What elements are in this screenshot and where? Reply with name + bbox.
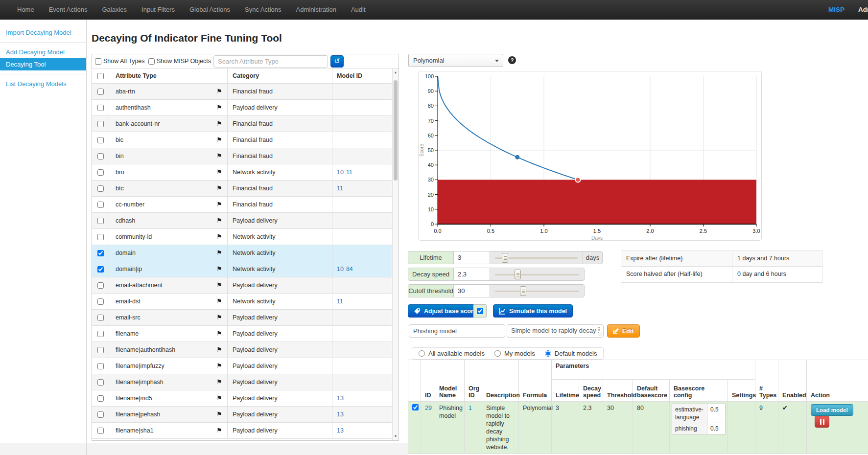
slider-track[interactable] [495,274,579,275]
attribute-row-checkbox[interactable] [97,347,104,353]
radio-all-available-models[interactable] [419,350,425,357]
misp-brand-link[interactable]: MISP [828,6,845,13]
flag-icon[interactable]: ⚑ [216,342,222,358]
attribute-row-checkbox[interactable] [97,428,104,434]
model-filter-all-available-models[interactable]: All available models [419,350,485,357]
model-id-link[interactable]: 13 [337,427,344,434]
adjust-base-score-button[interactable]: Adjust base score [408,304,483,318]
spinner-arrows-icon[interactable]: ▲▼ [596,326,602,332]
help-icon[interactable]: ? [508,56,516,64]
refresh-history-button[interactable]: ↺ [330,55,344,68]
attribute-row-checkbox[interactable] [97,218,104,224]
attribute-row-checkbox[interactable] [97,250,104,256]
flag-icon[interactable]: ⚑ [216,164,222,180]
attribute-row-checkbox[interactable] [97,121,104,127]
attribute-row-checkbox[interactable] [97,89,104,95]
model-id-link[interactable]: 11 [346,169,352,176]
attribute-table-scrollbar[interactable]: ▲ ▼ [392,68,399,440]
sidebar-item-add-decaying-model[interactable]: Add Decaying Model [0,46,86,58]
slider-thumb[interactable] [520,286,526,296]
load-model-button[interactable]: Load model [811,404,853,416]
attribute-row-checkbox[interactable] [97,363,104,369]
nav-item-home[interactable]: Home [10,6,42,13]
attribute-row-checkbox[interactable] [97,282,104,289]
scrollbar-thumb[interactable] [394,80,398,181]
attribute-row-checkbox[interactable] [97,395,104,402]
attribute-row-checkbox[interactable] [97,105,104,111]
nav-item-administration[interactable]: Administration [289,6,344,13]
search-attribute-input[interactable] [213,55,328,68]
model-id-link[interactable]: 11 [337,185,343,192]
slider-value-input-cutoff-threshold[interactable] [454,285,490,297]
model-id-link[interactable]: 13 [337,411,344,418]
decay-chart[interactable]: 01020304050607080901000.00.51.01.52.02.5… [419,71,761,240]
radio-default-models[interactable] [545,350,551,357]
flag-icon[interactable]: ⚑ [216,358,222,374]
model-row-checkbox[interactable] [412,404,419,410]
disable-model-button[interactable] [815,416,829,428]
model-id-link[interactable]: 10 [337,169,344,176]
simulate-model-button[interactable]: Simulate this model [493,304,573,318]
attribute-row-checkbox[interactable] [97,331,104,337]
nav-item-audit[interactable]: Audit [344,6,373,13]
flag-icon[interactable]: ⚑ [216,197,222,212]
sidebar-item-decaying-tool[interactable]: Decaying Tool [0,58,86,70]
attribute-row-checkbox[interactable] [97,411,104,418]
show-all-types-checkbox[interactable] [95,58,101,65]
sidebar-item-list-decaying-models[interactable]: List Decaying Models [0,78,86,90]
attribute-row-checkbox[interactable] [97,137,104,143]
flag-icon[interactable]: ⚑ [216,229,222,245]
user-menu-link[interactable]: Admin [858,6,868,13]
attribute-row-checkbox[interactable] [97,379,104,386]
flag-icon[interactable]: ⚑ [216,132,222,148]
nav-item-global-actions[interactable]: Global Actions [182,6,237,13]
slider-cutoff-threshold[interactable] [490,285,584,297]
flag-icon[interactable]: ⚑ [216,148,222,164]
sidebar-item-import-decaying-model[interactable]: Import Decaying Model [0,26,86,39]
show-misp-objects-checkbox[interactable] [148,58,155,65]
flag-icon[interactable]: ⚑ [216,84,222,99]
show-all-types-label[interactable]: Show All Types [103,58,145,65]
formula-select[interactable]: Polynomial [408,54,503,67]
attribute-row-checkbox[interactable] [97,169,104,176]
model-filter-my-models[interactable]: My models [494,350,535,357]
nav-item-galaxies[interactable]: Galaxies [94,6,134,13]
model-id-link[interactable]: 29 [425,405,432,411]
attribute-row-checkbox[interactable] [97,185,104,192]
flag-icon[interactable]: ⚑ [216,116,222,132]
attribute-row-checkbox[interactable] [97,315,104,321]
slider-lifetime[interactable] [490,251,583,264]
model-id-link[interactable]: 11 [337,298,343,305]
resize-grip-icon[interactable] [598,332,603,337]
attribute-row-checkbox[interactable] [97,153,104,159]
model-description-textarea[interactable]: Simple model to rapidly decay ▲▼ [507,324,604,338]
header-select-all[interactable] [92,68,109,83]
slider-value-input-decay-speed[interactable] [454,268,490,280]
attribute-row-checkbox[interactable] [97,298,104,305]
select-all-checkbox[interactable] [97,73,104,79]
nav-item-event-actions[interactable]: Event Actions [42,6,95,13]
flag-icon[interactable]: ⚑ [216,100,222,115]
flag-icon[interactable]: ⚑ [216,423,222,438]
flag-icon[interactable]: ⚑ [216,326,222,341]
attribute-row-checkbox[interactable] [97,234,104,240]
scrollbar-up-arrow[interactable]: ▲ [393,69,399,75]
slider-track[interactable] [495,291,579,292]
flag-icon[interactable]: ⚑ [216,294,222,309]
slider-decay-speed[interactable] [490,268,584,280]
flag-icon[interactable]: ⚑ [216,261,222,277]
model-name-input[interactable] [409,324,505,338]
scrollbar-down-arrow[interactable]: ▼ [393,433,399,439]
flag-icon[interactable]: ⚑ [216,277,222,293]
attribute-row-checkbox[interactable] [97,266,104,273]
flag-icon[interactable]: ⚑ [216,374,222,390]
show-misp-objects-label[interactable]: Show MISP Objects [157,58,211,65]
flag-icon[interactable]: ⚑ [216,245,222,261]
slider-value-input-lifetime[interactable] [454,251,490,264]
flag-icon[interactable]: ⚑ [216,181,222,196]
edit-model-button[interactable]: Edit [607,324,640,338]
flag-icon[interactable]: ⚑ [216,213,222,228]
model-id-link[interactable]: 13 [337,395,344,402]
attribute-row-checkbox[interactable] [97,202,104,208]
model-id-link[interactable]: 84 [346,266,353,273]
